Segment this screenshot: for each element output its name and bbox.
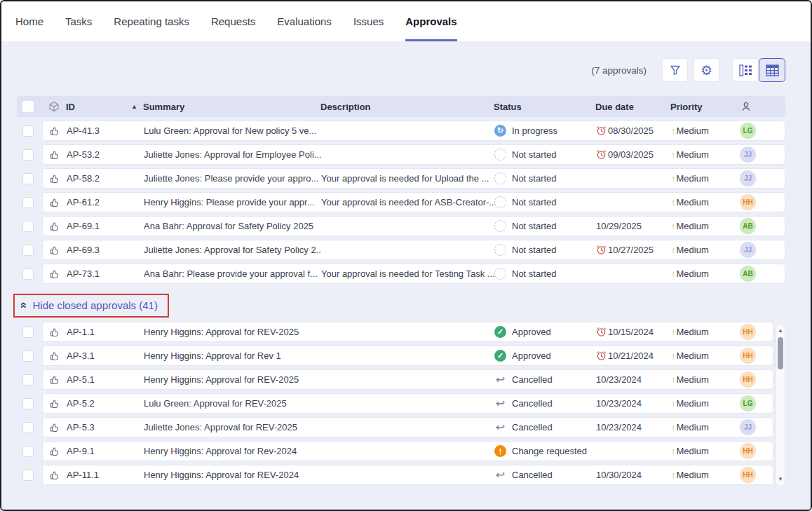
tab-approvals[interactable]: Approvals (405, 1, 456, 41)
priority-label: Medium (677, 470, 709, 480)
tab-home[interactable]: Home (15, 1, 43, 41)
row-checkbox-cell (17, 125, 42, 137)
approval-card[interactable]: AP-1.1 Henry Higgins: Approval for REV-2… (42, 322, 773, 342)
due-date-cell: 10/23/2024 (596, 374, 671, 385)
status-icon (494, 172, 506, 184)
row-checkbox[interactable] (22, 221, 34, 232)
status-cell: Not started (494, 220, 596, 232)
avatar: JJ (740, 419, 756, 435)
overdue-clock-icon (596, 149, 607, 160)
approval-summary: Henry Higgins: Approval for Rev 1 (144, 350, 321, 361)
view-toggle-group (732, 58, 785, 82)
assignee-cell: HH (738, 372, 773, 388)
approval-summary: Juliette Jones: Approval for REV-2025 (144, 422, 321, 432)
assignee-cell: AB (738, 266, 785, 282)
thumbs-up-icon (49, 268, 60, 280)
approval-card[interactable]: AP-5.1 Henry Higgins: Approval for REV-2… (42, 369, 773, 390)
column-header-summary[interactable]: Summary (143, 102, 320, 112)
column-header-status[interactable]: Status (494, 102, 595, 112)
row-checkbox[interactable] (22, 422, 34, 433)
row-checkbox[interactable] (22, 470, 34, 481)
thumbs-up-icon (49, 245, 60, 256)
approval-id: AP-5.1 (67, 374, 144, 385)
row-checkbox[interactable] (22, 374, 34, 386)
column-label-summary: Summary (143, 102, 184, 112)
settings-button[interactable]: ⚙ (693, 58, 719, 82)
scroll-up-icon[interactable]: ▲ (778, 325, 783, 334)
approval-id: AP-53.2 (67, 149, 144, 160)
approval-type-cell (43, 268, 67, 280)
overdue-clock-icon (596, 350, 607, 361)
row-checkbox[interactable] (22, 268, 34, 280)
row-checkbox[interactable] (22, 398, 34, 409)
due-date-value: 10/23/2024 (596, 422, 642, 432)
approval-id: AP-11.1 (67, 470, 144, 480)
approval-row: AP-53.2 Juliette Jones: Approval for Emp… (17, 144, 785, 165)
tab-issues[interactable]: Issues (353, 1, 384, 41)
priority-up-arrow-icon: ↑ (671, 398, 676, 409)
tab-tasks[interactable]: Tasks (65, 1, 92, 41)
priority-label: Medium (677, 149, 709, 160)
approval-id: AP-69.3 (67, 245, 144, 255)
approval-card[interactable]: AP-41.3 Lulu Green: Approval for New pol… (42, 121, 785, 141)
row-checkbox[interactable] (22, 446, 34, 457)
column-label-description: Description (320, 102, 371, 112)
board-view-button[interactable] (732, 58, 759, 82)
approval-card[interactable]: AP-5.3 Juliette Jones: Approval for REV-… (42, 417, 773, 437)
status-cell: Cancelled (494, 421, 596, 433)
priority-label: Medium (677, 374, 709, 385)
avatar: AB (740, 266, 756, 282)
row-checkbox[interactable] (22, 327, 34, 338)
approval-card[interactable]: AP-61.2 Henry Higgins: Please provide yo… (42, 192, 785, 212)
approval-card[interactable]: AP-53.2 Juliette Jones: Approval for Emp… (42, 144, 785, 165)
status-cell: Not started (494, 172, 596, 184)
row-checkbox[interactable] (22, 125, 34, 137)
row-checkbox[interactable] (22, 245, 34, 256)
approval-row: AP-5.2 Lulu Green: Approval for REV-2025… (17, 393, 785, 414)
due-date-value: 10/29/2025 (596, 221, 642, 231)
approval-summary: Juliette Jones: Approval for Safety Poli… (144, 245, 321, 255)
approval-card[interactable]: AP-9.1 Henry Higgins: Approval for Rev-2… (42, 441, 773, 461)
approval-card[interactable]: AP-73.1 Ana Bahr: Please provide your ap… (42, 264, 785, 284)
vertical-scrollbar[interactable]: ▲ ▼ (776, 324, 785, 486)
row-checkbox[interactable] (22, 350, 34, 362)
approval-card[interactable]: AP-58.2 Juliette Jones: Please provide y… (42, 168, 785, 189)
row-checkbox[interactable] (22, 149, 34, 161)
approval-row: AP-5.3 Juliette Jones: Approval for REV-… (17, 417, 785, 437)
column-header-priority[interactable]: Priority (670, 102, 738, 112)
assignee-cell: JJ (738, 419, 773, 435)
row-checkbox-cell (17, 327, 42, 338)
assignee-cell: JJ (738, 147, 785, 163)
row-checkbox[interactable] (22, 173, 34, 184)
assignee-cell: HH (738, 324, 773, 340)
priority-up-arrow-icon: ↑ (671, 268, 676, 279)
hide-closed-approvals-link[interactable]: Hide closed approvals (41) (32, 299, 157, 311)
approval-card[interactable]: AP-5.2 Lulu Green: Approval for REV-2025… (42, 393, 773, 414)
approval-card[interactable]: AP-69.1 Ana Bahr: Approval for Safety Po… (42, 216, 785, 236)
avatar: AB (740, 218, 756, 234)
status-label: Cancelled (512, 374, 553, 385)
due-date-cell: 10/21/2024 (596, 350, 671, 361)
scroll-down-icon[interactable]: ▼ (778, 477, 783, 486)
approval-card[interactable]: AP-69.3 Juliette Jones: Approval for Saf… (42, 240, 785, 260)
app-window: HomeTasksRepeating tasksRequestsEvaluati… (0, 0, 812, 511)
thumbs-up-icon (49, 374, 60, 386)
filter-button[interactable] (662, 58, 688, 82)
approval-summary: Henry Higgins: Approval for REV-2025 (144, 327, 321, 337)
select-all-checkbox[interactable] (22, 101, 34, 112)
thumbs-up-icon (49, 422, 60, 433)
scrollbar-thumb[interactable] (778, 337, 783, 369)
tab-evaluations[interactable]: Evaluations (277, 1, 332, 41)
tab-requests[interactable]: Requests (211, 1, 255, 41)
tab-repeating-tasks[interactable]: Repeating tasks (114, 1, 189, 41)
approval-card[interactable]: AP-11.1 Henry Higgins: Approval for REV-… (42, 465, 773, 485)
priority-cell: ↑ Medium (671, 268, 738, 279)
approval-card[interactable]: AP-3.1 Henry Higgins: Approval for Rev 1… (42, 346, 773, 366)
approval-summary: Juliette Jones: Approval for Employee Po… (144, 149, 321, 160)
table-view-button[interactable] (759, 58, 785, 82)
column-header-due-date[interactable]: Due date (595, 102, 670, 112)
row-checkbox[interactable] (22, 197, 34, 208)
approval-row: AP-61.2 Henry Higgins: Please provide yo… (17, 192, 785, 212)
column-header-description[interactable]: Description (320, 102, 494, 112)
column-header-id[interactable]: ID ▲ (66, 102, 143, 112)
